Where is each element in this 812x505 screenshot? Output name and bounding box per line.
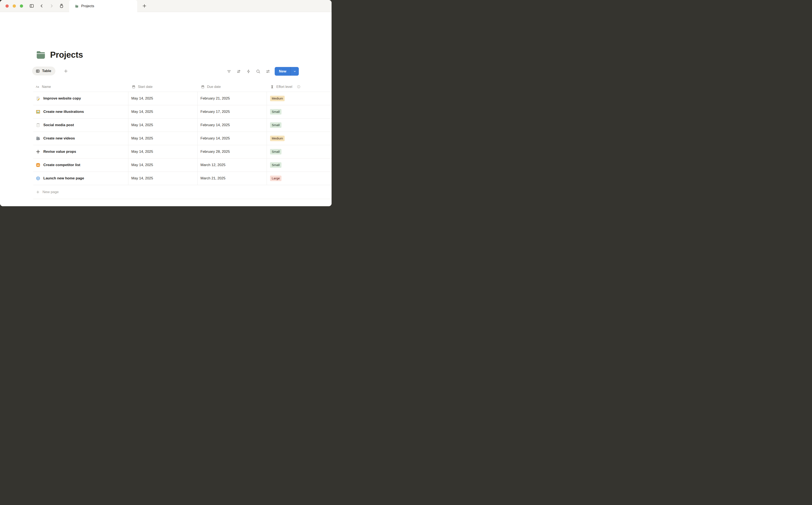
toolbar-nav <box>29 4 64 8</box>
table-row[interactable]: Revise value props May 14, 2025 February… <box>33 145 331 158</box>
new-button[interactable]: New <box>275 67 299 75</box>
text-icon: Aa <box>35 85 39 89</box>
column-label: Name <box>42 85 51 89</box>
view-actions <box>227 69 270 74</box>
svg-text:Aa: Aa <box>36 86 39 88</box>
memo-icon <box>36 96 40 101</box>
new-page-button[interactable]: New page <box>33 185 331 199</box>
cell-effort-level[interactable]: Medium <box>267 92 331 105</box>
svg-text:VS: VS <box>37 164 39 166</box>
folder-icon[interactable] <box>36 50 46 59</box>
table-header-row: Aa Name Start date Due date Effort level <box>33 82 331 92</box>
effort-badge: Small <box>270 109 281 115</box>
cell-due-date[interactable]: February 14, 2025 <box>197 132 267 145</box>
table-row[interactable]: VS Create competitor list May 14, 2025 M… <box>33 158 331 172</box>
effort-badge: Medium <box>270 136 285 141</box>
filter-button[interactable] <box>227 69 231 74</box>
cell-name[interactable]: Improve website copy <box>33 92 128 105</box>
effort-badge: Large <box>270 176 281 181</box>
table-row[interactable]: Create new videos May 14, 2025 February … <box>33 132 331 145</box>
cell-start-date[interactable]: May 14, 2025 <box>128 92 197 105</box>
cell-due-date[interactable]: March 21, 2025 <box>197 172 267 185</box>
database-table: Aa Name Start date Due date Effort level <box>33 82 331 199</box>
effort-badge: Medium <box>270 96 285 102</box>
zoom-button[interactable] <box>20 4 23 8</box>
view-settings-button[interactable] <box>266 69 270 74</box>
cell-start-date[interactable]: May 14, 2025 <box>128 172 197 185</box>
table-icon <box>36 69 40 73</box>
desktop-background: Projects Projects Table New <box>0 0 331 206</box>
column-header-start-date[interactable]: Start date <box>128 85 197 89</box>
table-row[interactable]: Improve website copy May 14, 2025 Februa… <box>33 92 331 105</box>
cell-start-date[interactable]: May 14, 2025 <box>128 158 197 172</box>
cell-name[interactable]: Social media post <box>33 119 128 132</box>
cell-due-date[interactable]: March 12, 2025 <box>197 158 267 172</box>
picture-icon <box>36 110 40 114</box>
page-content: Projects Table New Aa Name <box>0 12 331 206</box>
cell-start-date[interactable]: May 14, 2025 <box>128 105 197 118</box>
forward-button[interactable] <box>49 4 54 8</box>
plus-icon <box>63 69 68 73</box>
column-label: Due date <box>207 85 221 89</box>
table-row[interactable]: Create new illustrations May 14, 2025 Fe… <box>33 105 331 119</box>
view-tab-table[interactable]: Table <box>32 66 55 75</box>
effort-badge: Small <box>270 162 281 168</box>
effort-badge: Small <box>270 149 281 155</box>
column-header-due-date[interactable]: Due date <box>197 85 267 89</box>
column-label: Start date <box>138 85 152 89</box>
cell-due-date[interactable]: February 21, 2025 <box>197 92 267 105</box>
cell-effort-level[interactable]: Large <box>267 172 331 185</box>
cell-name[interactable]: Create new illustrations <box>33 105 128 118</box>
cell-due-date[interactable]: February 28, 2025 <box>197 145 267 158</box>
cell-start-date[interactable]: May 14, 2025 <box>128 132 197 145</box>
cell-due-date[interactable]: February 14, 2025 <box>197 119 267 132</box>
search-button[interactable] <box>256 69 261 74</box>
column-header-name[interactable]: Aa Name <box>33 85 128 89</box>
back-button[interactable] <box>39 4 44 8</box>
sort-button[interactable] <box>236 69 241 74</box>
cell-name[interactable]: VS Create competitor list <box>33 158 128 172</box>
add-view-button[interactable] <box>63 69 68 73</box>
plus-icon <box>36 190 40 194</box>
hourglass-icon <box>270 85 274 89</box>
new-button-dropdown[interactable] <box>291 70 299 73</box>
sliders-icon <box>266 69 270 74</box>
forward-icon <box>49 4 54 8</box>
cell-effort-level[interactable]: Medium <box>267 132 331 145</box>
sidebar-toggle-button[interactable] <box>29 4 34 8</box>
cell-effort-level[interactable]: Small <box>267 158 331 172</box>
column-header-effort-level[interactable]: Effort level <box>267 85 331 89</box>
effort-badge: Small <box>270 122 281 128</box>
cell-start-date[interactable]: May 14, 2025 <box>128 145 197 158</box>
table-row[interactable]: Launch new home page May 14, 2025 March … <box>33 172 331 185</box>
view-tab-label: Table <box>42 69 51 73</box>
info-icon[interactable] <box>297 85 300 89</box>
new-button-label[interactable]: New <box>275 69 290 73</box>
movie-camera-icon <box>36 136 40 141</box>
minimize-button[interactable] <box>13 4 16 8</box>
page-title[interactable]: Projects <box>50 50 83 59</box>
calendar-icon <box>132 85 135 89</box>
tab-bar: Projects <box>0 0 331 12</box>
cell-start-date[interactable]: May 14, 2025 <box>128 119 197 132</box>
cell-effort-level[interactable]: Small <box>267 105 331 118</box>
cell-effort-level[interactable]: Small <box>267 145 331 158</box>
filter-icon <box>227 69 231 74</box>
cell-name[interactable]: Launch new home page <box>33 172 128 185</box>
traffic-lights <box>5 4 23 8</box>
history-button[interactable] <box>59 4 64 8</box>
chevron-down-icon <box>293 70 296 73</box>
new-tab-button[interactable] <box>142 4 147 8</box>
cell-due-date[interactable]: February 17, 2025 <box>197 105 267 118</box>
tab-projects[interactable]: Projects <box>69 0 137 12</box>
cell-name[interactable]: Create new videos <box>33 132 128 145</box>
cell-effort-level[interactable]: Small <box>267 119 331 132</box>
column-label: Effort level <box>276 85 292 89</box>
close-button[interactable] <box>5 4 9 8</box>
table-row[interactable]: Social media post May 14, 2025 February … <box>33 119 331 132</box>
sidebar-icon <box>29 4 34 8</box>
lightning-icon <box>246 69 251 74</box>
notepad-icon <box>36 123 40 127</box>
automations-button[interactable] <box>246 69 251 74</box>
cell-name[interactable]: Revise value props <box>33 145 128 158</box>
